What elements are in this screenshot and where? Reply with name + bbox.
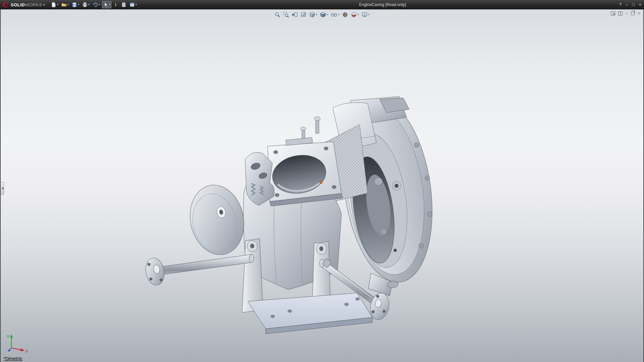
minimize-button[interactable]: –	[626, 2, 628, 7]
save-icon	[72, 2, 77, 7]
file-properties-button[interactable]	[120, 1, 127, 8]
display-style-icon	[320, 12, 326, 18]
xpress-products-icon	[113, 2, 118, 7]
collapse-arrow-icon	[0, 187, 3, 190]
brand-text-solid: SOLID	[11, 2, 25, 7]
close-button[interactable]: ×	[639, 2, 641, 7]
print-button[interactable]: ▾	[81, 1, 91, 8]
dropdown-arrow-icon[interactable]: ▾	[109, 3, 110, 6]
dropdown-arrow-icon[interactable]: ▾	[57, 3, 58, 6]
new-document-icon	[51, 2, 56, 7]
featuremanager-flyout-handle[interactable]	[1, 182, 4, 195]
zoom-to-fit-button[interactable]	[273, 11, 282, 18]
dropdown-arrow-icon[interactable]: ▾	[88, 3, 90, 6]
zoom-to-area-button[interactable]	[282, 11, 290, 18]
dropdown-arrow-icon[interactable]: ▾	[316, 13, 317, 16]
apply-scene-button[interactable]: ▾	[350, 11, 360, 18]
view-orientation-label: *Dimetric	[3, 356, 22, 361]
select-arrow-icon	[103, 2, 108, 7]
undo-button[interactable]: ▾	[92, 1, 101, 8]
save-button[interactable]: ▾	[71, 1, 80, 8]
document-window-controls: – ×	[611, 11, 640, 15]
select-pane-icon[interactable]	[611, 11, 615, 15]
document-restore-button[interactable]	[631, 12, 635, 15]
previous-view-icon	[292, 12, 298, 18]
open-folder-icon	[61, 2, 67, 7]
z-axis[interactable]	[7, 348, 11, 352]
menu-expand-arrow[interactable]: ▸	[44, 3, 45, 6]
window-controls: ? – □ ×	[619, 0, 641, 9]
solidworks-window: SOLIDWORKS ▸ ▾ ▾	[0, 0, 644, 362]
y-axis-label: Y	[7, 335, 9, 339]
x-axis-label: X	[25, 349, 28, 353]
dropdown-arrow-icon[interactable]: ▾	[99, 3, 100, 6]
xpress-products-button[interactable]	[112, 1, 119, 8]
zoom-to-area-icon	[283, 12, 289, 18]
split-panes-icon[interactable]	[618, 11, 623, 15]
edit-appearance-icon	[342, 12, 348, 18]
edit-appearance-button[interactable]	[341, 11, 350, 18]
section-view-icon	[301, 12, 307, 18]
base-plate[interactable]	[248, 293, 372, 334]
reference-triad[interactable]: Y X	[6, 333, 31, 355]
maximize-button[interactable]: □	[632, 2, 635, 7]
print-icon	[82, 2, 88, 7]
section-view-button[interactable]	[299, 11, 308, 18]
apply-scene-icon	[351, 12, 357, 18]
solidworks-logo: SOLIDWORKS	[0, 2, 42, 8]
view-settings-icon	[362, 12, 368, 18]
dropdown-arrow-icon[interactable]: ▾	[136, 3, 137, 6]
graphics-viewport[interactable]: ▾ ▾ ▾	[0, 9, 644, 362]
options-button[interactable]: ▾	[128, 1, 138, 8]
titlebar: SOLIDWORKS ▸ ▾ ▾	[0, 0, 644, 9]
hide-show-items-icon	[331, 12, 337, 18]
selection-marker[interactable]	[320, 181, 322, 184]
new-button[interactable]: ▾	[50, 1, 59, 8]
select-button[interactable]: ▾	[102, 1, 111, 8]
view-settings-button[interactable]: ▾	[360, 11, 371, 18]
previous-view-button[interactable]	[290, 11, 299, 18]
heads-up-view-toolbar: ▾ ▾ ▾	[273, 11, 371, 18]
file-properties-icon	[121, 2, 126, 7]
display-style-button[interactable]: ▾	[319, 11, 329, 18]
dropdown-arrow-icon[interactable]: ▾	[338, 13, 339, 16]
flywheel-cover[interactable]	[184, 180, 250, 260]
dropdown-arrow-icon[interactable]: ▾	[358, 13, 359, 16]
document-title: EngineCasing [Read-only]	[359, 2, 406, 7]
dropdown-arrow-icon[interactable]: ▾	[327, 13, 328, 16]
dropdown-arrow-icon[interactable]: ▾	[368, 13, 370, 16]
3ds-logo-icon	[2, 2, 9, 8]
view-orientation-cube-icon	[309, 12, 315, 18]
quick-access-toolbar: ▾ ▾ ▾ ▾	[50, 1, 138, 8]
engine-casing-model[interactable]	[145, 96, 433, 341]
dropdown-arrow-icon[interactable]: ▾	[67, 3, 69, 6]
view-orientation-button[interactable]: ▾	[308, 11, 319, 18]
open-button[interactable]: ▾	[60, 1, 70, 8]
undo-icon	[93, 2, 98, 7]
mount-shaft-left[interactable]	[145, 254, 254, 287]
y-axis[interactable]: Y	[7, 334, 13, 348]
dropdown-arrow-icon[interactable]: ▾	[78, 3, 79, 6]
x-axis[interactable]: X	[11, 348, 28, 353]
mount-lug-bracket[interactable]	[245, 153, 274, 205]
document-close-button[interactable]: ×	[638, 11, 640, 15]
brand-text-works: WORKS	[25, 2, 42, 7]
document-minimize-button[interactable]: –	[626, 11, 628, 15]
hide-show-items-button[interactable]: ▾	[329, 11, 341, 18]
options-icon	[129, 2, 135, 7]
zoom-to-fit-icon	[274, 12, 280, 18]
help-button[interactable]: ?	[619, 2, 622, 7]
